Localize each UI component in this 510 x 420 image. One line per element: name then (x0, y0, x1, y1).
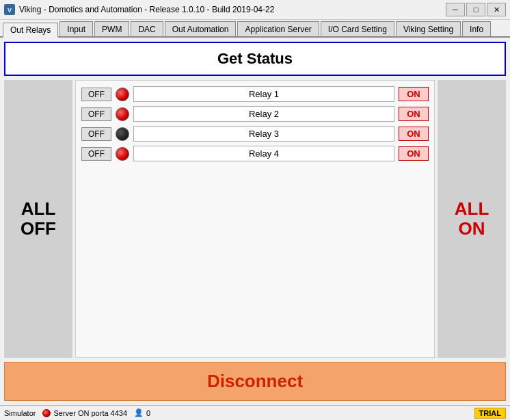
relay-row-3: OFF Relay 3 ON (81, 126, 429, 142)
maximize-button[interactable]: □ (466, 3, 485, 16)
relay-4-indicator (116, 147, 129, 161)
tab-bar: Out Relays Input PWM DAC Out Automation … (0, 20, 510, 38)
tab-info[interactable]: Info (462, 21, 491, 36)
user-count: 0 (146, 409, 150, 417)
relay-1-label: Relay 1 (133, 86, 394, 102)
tab-out-relays[interactable]: Out Relays (3, 23, 58, 38)
window-controls: ─ □ ✕ (446, 3, 506, 16)
relay-row-1: OFF Relay 1 ON (81, 86, 429, 102)
titlebar-left: V Viking - Domotics and Automation - Rel… (4, 4, 274, 15)
all-off-label: ALLOFF (21, 199, 56, 238)
relay-3-label: Relay 3 (133, 126, 394, 142)
relay-4-off-button[interactable]: OFF (81, 147, 111, 161)
relay-1-off-button[interactable]: OFF (81, 88, 111, 101)
titlebar: V Viking - Domotics and Automation - Rel… (0, 0, 510, 20)
relay-4-on-button[interactable]: ON (399, 146, 429, 161)
relay-4-label: Relay 4 (133, 146, 394, 161)
user-icon: 👤 (134, 408, 144, 417)
minimize-button[interactable]: ─ (446, 3, 465, 16)
relay-2-on-button[interactable]: ON (399, 107, 429, 121)
relay-row-4: OFF Relay 4 ON (81, 146, 429, 161)
all-on-button[interactable]: ALLON (438, 80, 506, 358)
relay-2-off-button[interactable]: OFF (81, 107, 111, 121)
relay-3-on-button[interactable]: ON (399, 127, 429, 141)
statusbar: Simulator Server ON porta 4434 👤 0 TRIAL (0, 405, 510, 420)
get-status-button[interactable]: Get Status (4, 42, 506, 76)
content-area: ALLOFF OFF Relay 1 ON OFF Relay 2 ON OFF (4, 80, 506, 358)
server-status: Server ON porta 4434 (42, 409, 127, 417)
tab-out-automation[interactable]: Out Automation (165, 21, 237, 36)
relay-3-indicator (116, 127, 129, 141)
window-title: Viking - Domotics and Automation - Relea… (19, 5, 274, 14)
svg-text:V: V (8, 7, 12, 14)
relay-1-indicator (116, 88, 129, 101)
all-off-button[interactable]: ALLOFF (4, 80, 72, 358)
relay-1-on-button[interactable]: ON (399, 87, 429, 101)
relay-panel: OFF Relay 1 ON OFF Relay 2 ON OFF Relay … (75, 80, 435, 358)
tab-input[interactable]: Input (59, 21, 93, 36)
tab-viking-setting[interactable]: Viking Setting (396, 21, 461, 36)
close-button[interactable]: ✕ (487, 3, 506, 16)
relay-2-label: Relay 2 (133, 106, 394, 122)
tab-dac[interactable]: DAC (131, 21, 163, 36)
tab-pwm[interactable]: PWM (94, 21, 129, 36)
relay-row-2: OFF Relay 2 ON (81, 106, 429, 122)
trial-badge: TRIAL (474, 408, 506, 419)
statusbar-left: Simulator Server ON porta 4434 👤 0 (4, 408, 150, 417)
server-status-dot (42, 409, 51, 417)
simulator-label: Simulator (4, 409, 36, 417)
all-on-label: ALLON (455, 199, 489, 238)
server-label: Server ON porta 4434 (53, 409, 127, 417)
disconnect-button[interactable]: Disconnect (4, 362, 506, 401)
relay-3-off-button[interactable]: OFF (81, 127, 111, 141)
app-icon: V (4, 4, 15, 15)
relay-2-indicator (116, 107, 129, 121)
main-content: Get Status ALLOFF OFF Relay 1 ON OFF Rel… (0, 38, 510, 405)
tab-io-card-setting[interactable]: I/O Card Setting (321, 21, 394, 36)
tab-application-server[interactable]: Application Server (237, 21, 319, 36)
user-status: 👤 0 (134, 408, 150, 417)
